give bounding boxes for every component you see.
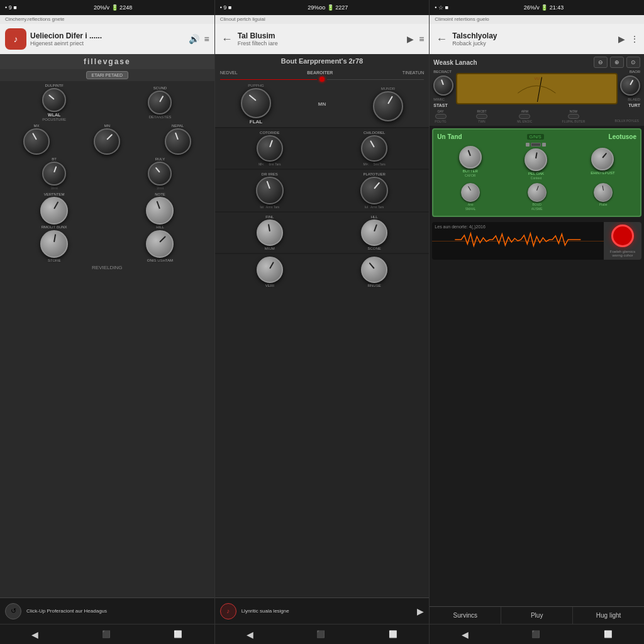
knob-4a[interactable] — [40, 197, 68, 225]
tab-pluy[interactable]: Pluy — [501, 607, 573, 624]
nav-back-btn-1[interactable]: ◀ — [26, 627, 43, 642]
panel1-plugin-mode: ETARI PETAED — [0, 69, 214, 81]
knob-3a[interactable] — [42, 162, 66, 186]
panel1-sound-icon[interactable]: 🔊 — [189, 34, 199, 44]
panel1: Cincherry.reflections gnete ♪ Ueliecion … — [0, 15, 215, 624]
nav-home-btn-3[interactable]: ⬛ — [526, 628, 545, 641]
panel3-more-icon[interactable]: ⋮ — [630, 34, 639, 44]
toggle-ricbt-switch[interactable] — [476, 114, 487, 119]
knob-4b[interactable] — [146, 197, 174, 225]
knob-flal[interactable] — [241, 88, 271, 118]
panel3-plugin-area: Weask Lanach ⊖ ⊕ ⊙ BECRACT — [430, 54, 644, 624]
knob-p2-2b[interactable] — [361, 135, 387, 162]
knob-p3-right1[interactable] — [620, 75, 640, 96]
knob-p2-5b[interactable] — [361, 257, 387, 283]
nav-bar: ◀ ⬛ ⬜ ◀ ⬛ ⬜ ◀ ⬛ ⬜ — [0, 624, 644, 644]
panel1-header: ♪ Ueliecion Difer i ...... Higenest aein… — [0, 24, 214, 54]
toggle-oay-switch[interactable] — [435, 114, 447, 119]
gp-knob-3-ctrl[interactable] — [591, 148, 614, 170]
nav-back-btn-3[interactable]: ◀ — [457, 627, 474, 642]
knob-2c[interactable] — [165, 128, 191, 155]
panel2-menu-icon[interactable]: ≡ — [419, 34, 424, 44]
knob-p3-left1[interactable] — [433, 75, 453, 96]
panel3-subtitle: Roback jucky — [452, 40, 614, 47]
label-rnuse: RNUSE — [368, 284, 381, 287]
panel1-knob-group-1b: SCUND DETANSTES — [148, 86, 172, 119]
panel3-play-icon[interactable]: ▶ — [618, 34, 625, 44]
knob-2a[interactable] — [23, 128, 50, 155]
nav-home-btn-2[interactable]: ⬛ — [311, 628, 330, 641]
gp-knob-5[interactable] — [528, 183, 547, 202]
panel3-ctrl-btn1[interactable]: ⊖ — [594, 57, 608, 68]
nav-recent-btn-1[interactable]: ⬜ — [169, 628, 187, 641]
label-ausme: AUSME — [531, 207, 543, 211]
panel1-knob-group-5a: STORE — [40, 230, 68, 262]
knob-1a[interactable] — [42, 88, 66, 112]
tab-hug-light[interactable]: Hug light — [573, 607, 644, 624]
label-scone: SCONE — [367, 247, 380, 250]
panel1-menu-icon[interactable]: ≡ — [204, 34, 209, 44]
panel1-knob-group-3a: BT 3lmt — [42, 157, 66, 190]
panel1-knob-group-3b: RULY 3lmt — [148, 157, 172, 190]
panel1-knob-group-4a: VERTNTEM RMOLIT BUNX — [40, 192, 68, 229]
knob-5a[interactable] — [40, 230, 68, 258]
toggle-extra: BOLUX POYLES — [615, 109, 639, 123]
label-childorel: CHILDOREL — [364, 131, 385, 135]
nav-section-2: ◀ ⬛ ⬜ — [215, 625, 430, 644]
panel1-bottom-icon[interactable]: ↺ — [5, 603, 21, 619]
record-btn[interactable] — [611, 225, 634, 247]
status-bar-2: • 9 ■ 29%oo 🔋 2227 — [215, 0, 430, 15]
panel3: Climoint retertions guelo ← Talschlyolay… — [430, 15, 644, 624]
toggle-arm-switch[interactable] — [519, 114, 530, 119]
knob-3b[interactable] — [148, 162, 172, 186]
knob-p2-3a[interactable] — [256, 177, 284, 204]
waveform-svg — [435, 230, 601, 249]
label-smaal: SMAAL — [465, 207, 476, 211]
nav-recent-btn-2[interactable]: ⬜ — [384, 628, 402, 641]
panel3-back-btn[interactable]: ← — [435, 31, 448, 47]
knob-1b[interactable] — [148, 91, 172, 114]
gp-knob-2-ctrl[interactable] — [525, 148, 547, 171]
knob-2b[interactable] — [94, 128, 120, 155]
knob-p2-4a[interactable] — [257, 219, 283, 246]
gp-knob-1-ctrl[interactable] — [459, 146, 482, 169]
status-bar-row: • 9 ■ 20%/v 🔋 2248 • 9 ■ 29%oo 🔋 2227 • … — [0, 0, 644, 15]
panel2-header-icons: ▶ ≡ — [407, 34, 424, 44]
panel3-ctrl-btn2[interactable]: ⊕ — [610, 57, 624, 68]
gp-knob-6[interactable] — [594, 183, 613, 202]
toggle-now: NOW FLUPAL BUTER — [562, 109, 586, 123]
label-mium: MIUM — [265, 247, 275, 250]
nav-back-btn-2[interactable]: ◀ — [242, 627, 258, 642]
p2-knob-group-5b: RNUSE — [361, 257, 387, 287]
panel3-ctrl-btn3[interactable]: ⊙ — [626, 57, 640, 68]
panel1-app-icon: ♪ — [5, 28, 26, 50]
panel2-back-btn[interactable]: ← — [220, 31, 234, 47]
nav-section-1: ◀ ⬛ ⬜ — [0, 625, 215, 644]
panel2-bottom-bar: ♪ Llynritic suala lesigne ▶ — [215, 597, 430, 624]
nav-home-btn-1[interactable]: ⬛ — [97, 628, 116, 641]
status-left-2: • 9 ■ — [220, 4, 232, 11]
tab-survincs[interactable]: Survincs — [430, 607, 501, 624]
knob-p2-2a[interactable] — [257, 135, 283, 162]
label-ruly: RULY — [155, 157, 165, 161]
toggle-now-switch[interactable] — [568, 114, 579, 119]
panel2-title-group: Tal Blusim Frest filtech iare — [238, 31, 404, 47]
panel2-play-btn[interactable]: ▶ — [417, 606, 424, 616]
knob-p2-right[interactable] — [373, 91, 403, 121]
label-platotuer: PLATOTUER — [363, 172, 385, 176]
panel2-play-icon[interactable]: ▶ — [407, 34, 414, 44]
nav-recent-btn-3[interactable]: ⬜ — [599, 628, 618, 641]
panel1-knob-group-2c: NEPAL — [165, 124, 191, 155]
label-store: STORE — [48, 258, 61, 262]
knob-5b[interactable] — [146, 230, 174, 258]
label-veri: VERI — [265, 284, 274, 287]
panel2-bottom-icon[interactable]: ♪ — [220, 603, 236, 619]
knob-p2-4b[interactable] — [361, 219, 387, 246]
label-cotoride: COTORIDE — [260, 131, 280, 135]
gp-knob-4[interactable] — [461, 183, 480, 202]
knob-p2-3b[interactable] — [360, 177, 388, 204]
knob-p2-5a[interactable] — [257, 257, 283, 283]
label-turt: TURT — [628, 103, 640, 108]
label-finl: FINL — [265, 215, 274, 219]
panel1-mode-btn[interactable]: ETARI PETAED — [86, 71, 129, 79]
